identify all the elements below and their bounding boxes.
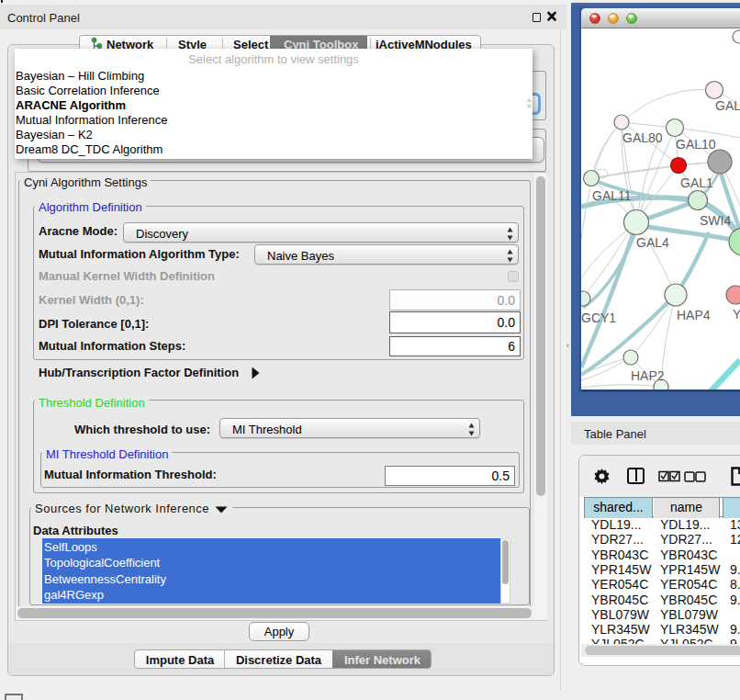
svg-text:GAL10: GAL10 (676, 137, 716, 152)
svg-text:GAL4: GAL4 (636, 235, 669, 250)
svg-text:GCY1: GCY1 (581, 310, 616, 325)
svg-text:GAL1: GAL1 (680, 175, 713, 190)
svg-text:GAL80: GAL80 (622, 130, 663, 145)
svg-text:SWI4: SWI4 (700, 213, 731, 228)
svg-text:GAL11: GAL11 (592, 188, 632, 203)
svg-text:HAP2: HAP2 (631, 368, 665, 383)
svg-text:GAL7: GAL7 (715, 98, 740, 113)
svg-text:YBR: YBR (733, 307, 740, 322)
svg-text:HAP4: HAP4 (677, 308, 711, 322)
